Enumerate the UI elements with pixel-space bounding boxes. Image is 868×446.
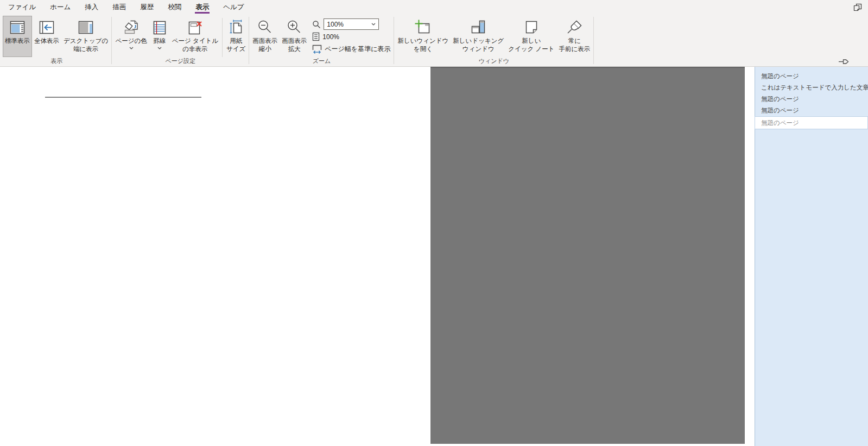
page-list-item[interactable]: 無題のページ [755, 105, 868, 116]
zoom-percent-combobox[interactable]: 100% [324, 18, 379, 30]
paper-size-icon [227, 18, 245, 37]
canvas-background [430, 67, 745, 444]
zoom-out-icon [256, 18, 274, 37]
zoom-100-button[interactable]: 100% [312, 31, 390, 42]
ribbon-group-zoom: 画面表示 縮小 画面表示 拡大 [250, 15, 392, 66]
full-page-view-button[interactable]: 全体表示 [32, 16, 61, 57]
hide-page-title-label: ページ タイトル の非表示 [172, 37, 218, 53]
page-width-label: ページ幅を基準に表示 [325, 45, 390, 54]
window-group-label: ウィンドウ [395, 57, 592, 67]
page-list-item[interactable]: これはテキストモードで入力した文章で [755, 82, 868, 93]
dock-to-desktop-label: デスクトップの 端に表示 [64, 37, 108, 53]
content-area: 無題のページ これはテキストモードで入力した文章で 無題のページ 無題のページ … [0, 67, 868, 446]
new-quick-note-button[interactable]: 新しい クイック ノート [506, 16, 556, 57]
group-separator [111, 17, 112, 64]
new-window-label: 新しいウィンドウ を開く [397, 37, 448, 53]
page-color-dropdown-icon [129, 47, 134, 50]
group-separator [249, 17, 249, 64]
dock-to-desktop-button[interactable]: デスクトップの 端に表示 [61, 16, 110, 57]
page-list-sidebar: 無題のページ これはテキストモードで入力した文章で 無題のページ 無題のページ … [755, 67, 868, 446]
new-docked-window-icon [470, 18, 487, 37]
paper-size-button[interactable]: 用紙 サイズ [224, 16, 248, 57]
page-color-button[interactable]: ページの色 [113, 16, 149, 57]
normal-view-button[interactable]: 標準表示 [3, 16, 32, 57]
page-setup-group-label: ページ設定 [113, 57, 248, 67]
hide-page-title-icon [186, 18, 204, 37]
zoom-100-icon [312, 32, 320, 41]
page-width-icon [312, 45, 322, 54]
rule-lines-label: 罫線 [153, 37, 166, 45]
tab-help[interactable]: ヘルプ [216, 0, 251, 15]
ribbon-group-window: 新しいウィンドウ を開く 新しいドッキング ウィンドウ [395, 15, 592, 66]
zoom-in-icon [286, 18, 303, 37]
new-quick-note-label: 新しい クイック ノート [508, 37, 554, 53]
zoom-group-label: ズーム [250, 57, 392, 67]
tab-review[interactable]: 校閲 [161, 0, 188, 15]
always-on-top-pin-icon [566, 18, 583, 37]
page-list: 無題のページ これはテキストモードで入力した文章で 無題のページ 無題のページ … [755, 71, 868, 129]
full-page-view-icon [38, 18, 55, 37]
pin-ribbon-icon[interactable] [838, 58, 850, 65]
normal-view-label: 標準表示 [5, 37, 30, 45]
inner-separator [222, 18, 223, 57]
ribbon-tab-bar: ファイル ホーム 挿入 描画 履歴 校閲 表示 ヘルプ [0, 0, 868, 15]
zoom-100-label: 100% [322, 33, 339, 41]
zoom-out-label: 画面表示 縮小 [252, 37, 277, 53]
tab-home[interactable]: ホーム [43, 0, 78, 15]
tab-view[interactable]: 表示 [188, 0, 216, 15]
ribbon-group-views: 標準表示 全体表示 [3, 15, 110, 66]
group-separator [394, 17, 394, 64]
page-width-button[interactable]: ページ幅を基準に表示 [312, 43, 390, 55]
page-color-label: ページの色 [115, 37, 147, 45]
tab-draw[interactable]: 描画 [105, 0, 133, 15]
page-list-item[interactable]: 無題のページ [755, 93, 868, 105]
search-icon [312, 20, 321, 29]
page-color-icon [122, 18, 141, 37]
zoom-in-button[interactable]: 画面表示 拡大 [280, 16, 309, 57]
zoom-controls-column: 100% [309, 16, 392, 55]
full-page-view-label: 全体表示 [34, 37, 59, 45]
normal-view-icon [9, 18, 26, 37]
new-quick-note-icon [523, 18, 540, 37]
ribbon-view-tab: 標準表示 全体表示 [0, 15, 868, 67]
tab-insert[interactable]: 挿入 [78, 0, 105, 15]
rule-lines-icon [151, 18, 168, 37]
page-list-item-selected[interactable]: 無題のページ [755, 116, 868, 129]
combobox-chevron-down-icon [371, 23, 376, 26]
page-list-item[interactable]: 無題のページ [755, 71, 868, 82]
zoom-in-label: 画面表示 拡大 [282, 37, 307, 53]
onenote-window: ファイル ホーム 挿入 描画 履歴 校閲 表示 ヘルプ [0, 0, 868, 446]
rule-lines-dropdown-icon [157, 47, 162, 50]
rule-lines-button[interactable]: 罫線 [149, 16, 170, 57]
page-title-underline [45, 97, 201, 98]
dock-to-desktop-icon [77, 18, 94, 37]
page-surface[interactable] [0, 67, 430, 446]
paper-size-label: 用紙 サイズ [226, 37, 245, 53]
always-on-top-button[interactable]: 常に 手前に表示 [557, 16, 593, 57]
zoom-percent-value: 100% [327, 21, 344, 28]
hide-page-title-button[interactable]: ページ タイトル の非表示 [170, 16, 220, 57]
new-docked-window-button[interactable]: 新しいドッキング ウィンドウ [451, 16, 506, 57]
new-window-icon [414, 18, 432, 37]
views-group-label: 表示 [3, 57, 110, 67]
group-separator [593, 17, 594, 64]
tab-file[interactable]: ファイル [1, 0, 43, 15]
zoom-out-button[interactable]: 画面表示 縮小 [250, 16, 280, 57]
ribbon-group-page-setup: ページの色 [113, 15, 248, 66]
side-note-pages-icon[interactable] [853, 3, 862, 12]
new-window-button[interactable]: 新しいウィンドウ を開く [395, 16, 451, 57]
new-docked-window-label: 新しいドッキング ウィンドウ [453, 37, 504, 53]
always-on-top-label: 常に 手前に表示 [559, 37, 591, 53]
tab-history[interactable]: 履歴 [133, 0, 161, 15]
